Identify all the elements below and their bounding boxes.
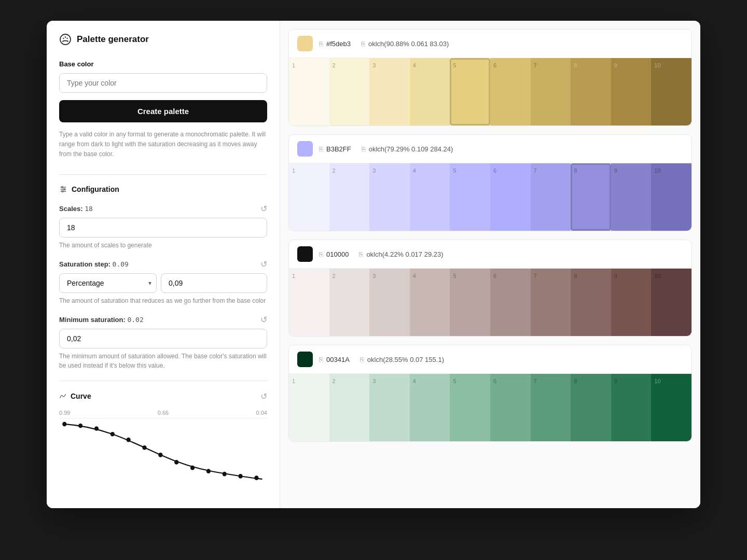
scales-label-text: Scales: 18: [59, 205, 93, 213]
swatch-cell[interactable]: 8: [571, 58, 611, 125]
swatch-cell[interactable]: 1: [289, 374, 329, 441]
copy-oklch-icon-3[interactable]: ⎘: [359, 250, 363, 258]
swatch-cell[interactable]: 9: [611, 374, 652, 441]
copy-hex-icon-3[interactable]: ⎘: [319, 250, 323, 258]
swatch-cell[interactable]: 10: [651, 58, 691, 125]
swatch-number: 3: [372, 62, 376, 68]
saturation-label-text: Saturation step: 0.09: [59, 260, 129, 268]
swatch-cell[interactable]: 5: [450, 58, 490, 125]
app-container: Palette generator Base color Create pale…: [47, 21, 700, 508]
swatch-cell[interactable]: 2: [329, 58, 370, 125]
swatch-cell[interactable]: 9: [611, 58, 652, 125]
swatch-cell[interactable]: 6: [490, 374, 531, 441]
swatch-number: 6: [493, 378, 496, 384]
saturation-type-select[interactable]: Percentage Absolute: [59, 273, 157, 293]
svg-point-21: [238, 474, 242, 479]
swatch-cell[interactable]: 4: [410, 374, 450, 441]
copy-oklch-icon-4[interactable]: ⎘: [360, 356, 364, 363]
curve-reset-button[interactable]: ↺: [260, 391, 267, 401]
palette-swatch-4: [297, 352, 313, 367]
oklch-value-2: oklch(79.29% 0.109 284.24): [369, 145, 453, 153]
swatch-cell[interactable]: 1: [289, 269, 329, 336]
swatch-cell[interactable]: 10: [651, 374, 691, 441]
saturation-reset-button[interactable]: ↺: [260, 259, 267, 269]
swatch-cell[interactable]: 4: [410, 58, 450, 125]
configuration-title: Configuration: [72, 185, 119, 193]
curve-title-wrap: Curve: [59, 392, 91, 400]
min-sat-reset-button[interactable]: ↺: [260, 315, 267, 325]
swatch-cell[interactable]: 3: [369, 58, 410, 125]
swatch-number: 2: [333, 273, 336, 279]
swatch-number: 6: [493, 273, 496, 279]
swatch-cell[interactable]: 6: [490, 269, 531, 336]
swatch-cell[interactable]: 5: [450, 163, 490, 231]
swatch-cell[interactable]: 6: [490, 58, 531, 125]
svg-point-15: [142, 445, 146, 450]
sidebar: Palette generator Base color Create pale…: [47, 21, 280, 508]
swatch-cell[interactable]: 9: [611, 163, 652, 231]
svg-point-1: [63, 38, 64, 39]
copy-hex-icon-1[interactable]: ⎘: [319, 40, 323, 48]
min-saturation-input[interactable]: [59, 329, 267, 348]
min-sat-hint: The minimum amount of saturation allowed…: [59, 352, 267, 370]
swatch-cell[interactable]: 3: [369, 269, 410, 336]
swatch-cell[interactable]: 4: [410, 269, 450, 336]
swatch-number: 7: [534, 378, 537, 384]
base-color-label: Base color: [59, 60, 267, 68]
color-input[interactable]: [59, 73, 267, 93]
swatch-cell[interactable]: 9: [611, 269, 652, 336]
swatch-number: 7: [534, 167, 537, 174]
base-color-hint: Type a valid color in any format to gene…: [59, 130, 267, 160]
swatch-cell[interactable]: 7: [531, 374, 571, 441]
swatches-row-3: 12345678910: [289, 269, 691, 336]
svg-point-12: [94, 426, 99, 431]
swatch-cell[interactable]: 8: [571, 163, 611, 231]
swatch-number: 8: [574, 273, 577, 279]
scales-reset-button[interactable]: ↺: [260, 204, 267, 214]
swatches-row-4: 12345678910: [289, 374, 691, 441]
swatch-number: 8: [574, 62, 577, 68]
swatches-row-2: 12345678910: [289, 163, 691, 231]
swatch-number: 2: [333, 167, 336, 174]
swatch-cell[interactable]: 6: [490, 163, 531, 231]
swatch-cell[interactable]: 4: [410, 163, 450, 231]
copy-hex-icon-2[interactable]: ⎘: [319, 145, 323, 153]
swatch-cell[interactable]: 2: [329, 163, 370, 231]
scales-input[interactable]: [59, 218, 267, 237]
oklch-value-1: oklch(90.88% 0.061 83.03): [368, 40, 449, 48]
swatch-cell[interactable]: 10: [651, 269, 691, 336]
hex-value-1: #f5deb3: [326, 40, 351, 48]
swatch-cell[interactable]: 7: [531, 269, 571, 336]
swatch-cell[interactable]: 5: [450, 269, 490, 336]
svg-point-10: [62, 422, 66, 426]
swatch-cell[interactable]: 2: [329, 269, 370, 336]
swatch-cell[interactable]: 7: [531, 163, 571, 231]
saturation-step-field: Saturation step: 0.09 ↺ Percentage Absol…: [59, 259, 267, 305]
swatch-cell[interactable]: 2: [329, 374, 370, 441]
curve-min-label: 0.99: [59, 410, 70, 416]
swatch-cell[interactable]: 3: [369, 163, 410, 231]
copy-oklch-icon-2[interactable]: ⎘: [362, 145, 366, 153]
palette-hex-4: ⎘00341A: [319, 356, 350, 363]
palette-hex-1: ⎘#f5deb3: [319, 40, 351, 48]
swatch-cell[interactable]: 10: [651, 163, 691, 231]
swatch-cell[interactable]: 8: [571, 269, 611, 336]
swatch-number: 5: [453, 378, 456, 384]
saturation-step-input[interactable]: [161, 273, 267, 293]
swatch-cell[interactable]: 3: [369, 374, 410, 441]
swatch-cell[interactable]: 5: [450, 374, 490, 441]
curve-chart: [59, 418, 267, 480]
svg-point-20: [223, 471, 227, 476]
swatch-number: 10: [654, 167, 660, 174]
create-palette-button[interactable]: Create palette: [59, 100, 267, 122]
swatch-cell[interactable]: 1: [289, 163, 329, 231]
divider-1: [59, 174, 267, 175]
copy-hex-icon-4[interactable]: ⎘: [319, 356, 323, 363]
swatch-cell[interactable]: 7: [531, 58, 571, 125]
swatch-number: 4: [413, 62, 416, 68]
svg-point-9: [62, 190, 63, 192]
swatch-cell[interactable]: 1: [289, 58, 329, 125]
palette-oklch-1: ⎘oklch(90.88% 0.061 83.03): [361, 40, 449, 48]
copy-oklch-icon-1[interactable]: ⎘: [361, 40, 365, 48]
swatch-cell[interactable]: 8: [571, 374, 611, 441]
